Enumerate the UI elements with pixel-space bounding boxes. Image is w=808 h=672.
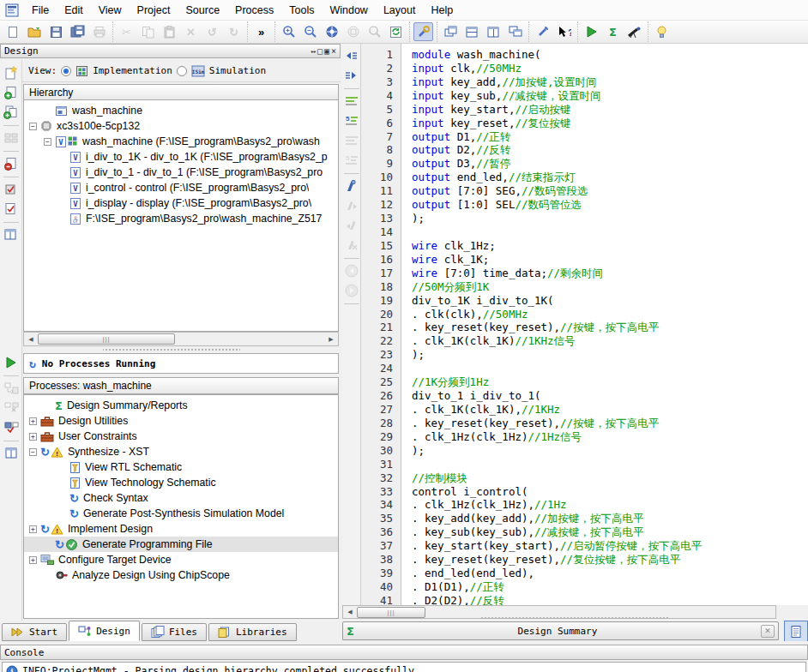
editor-uncomment-button[interactable]: 5 bbox=[342, 111, 361, 129]
process-item[interactable]: +↻!Implement Design bbox=[24, 521, 338, 537]
editor-bm-clear-button[interactable] bbox=[342, 236, 361, 254]
hierarchy-item[interactable]: Vi_div_to_1K - div_to_1K (F:\ISE_program… bbox=[24, 149, 338, 165]
paste-button[interactable] bbox=[160, 22, 179, 41]
menu-source[interactable]: Source bbox=[178, 2, 227, 19]
process-item[interactable]: ↻Check Syntax bbox=[24, 490, 338, 506]
splitter-grip[interactable] bbox=[480, 615, 669, 620]
float-button[interactable]: □ bbox=[316, 45, 323, 57]
collapse-icon[interactable]: − bbox=[29, 448, 37, 456]
new-source-button[interactable] bbox=[2, 63, 21, 81]
editor-nav-forward-button[interactable] bbox=[342, 281, 361, 299]
summary-button[interactable]: Σ bbox=[603, 22, 623, 41]
scroll-left-arrow[interactable]: ◀ bbox=[24, 336, 38, 343]
overflow-button[interactable]: » bbox=[251, 22, 271, 41]
tile-h-button[interactable] bbox=[462, 22, 482, 41]
scroll-left-arrow[interactable]: ◀ bbox=[343, 609, 357, 615]
process-item[interactable]: View Technology Schematic bbox=[24, 475, 338, 490]
menu-project[interactable]: Project bbox=[130, 2, 178, 19]
run-process-button[interactable] bbox=[2, 353, 21, 371]
design-summary-tab[interactable]: Σ Design Summary ✕ bbox=[342, 621, 779, 640]
splitter-grip[interactable] bbox=[103, 347, 240, 351]
pan-button[interactable] bbox=[413, 22, 433, 41]
expand-icon[interactable]: + bbox=[29, 556, 37, 564]
process-item[interactable]: ↻Generate Programming File bbox=[24, 537, 338, 552]
scroll-thumb[interactable]: ||| bbox=[357, 607, 425, 618]
close-button[interactable]: × bbox=[329, 45, 336, 57]
copy-button[interactable] bbox=[138, 22, 158, 41]
restore-button[interactable]: ▣ bbox=[323, 45, 329, 57]
wrench-button[interactable] bbox=[533, 22, 552, 41]
console-output[interactable]: i INFO:ProjectMgmt - Parsing design hier… bbox=[2, 662, 806, 672]
cut-button[interactable]: ✂ bbox=[117, 22, 136, 41]
process-item[interactable]: −↻!Synthesize - XST bbox=[24, 444, 338, 459]
editor-uncomment-dis-button[interactable]: 5 bbox=[342, 151, 361, 169]
zoom-out-button[interactable] bbox=[300, 22, 320, 41]
scroll-right-arrow[interactable]: ▶ bbox=[324, 336, 338, 343]
hierarchy-item[interactable]: Vi_control - control (F:\ISE_program\Bas… bbox=[24, 180, 338, 195]
new-file-button[interactable] bbox=[3, 22, 23, 41]
add-source-button[interactable] bbox=[2, 83, 21, 101]
save-all-button[interactable] bbox=[68, 22, 87, 41]
hierarchy-item[interactable]: wash_machine bbox=[24, 103, 338, 118]
doc-check-button[interactable] bbox=[2, 200, 21, 218]
menu-view[interactable]: View bbox=[91, 2, 130, 19]
undo-button[interactable]: ↺ bbox=[202, 22, 222, 41]
hierarchy-hscrollbar[interactable]: ◀ ||| ▶ bbox=[23, 332, 339, 346]
hierarchy-tree[interactable]: wash_machine−xc3s100e-5cp132−Vwash_machi… bbox=[23, 100, 339, 332]
collapse-icon[interactable]: − bbox=[44, 138, 51, 146]
menu-edit[interactable]: Edit bbox=[57, 2, 91, 19]
code-editor[interactable]: 1module wash_machine(2input clk,//50MHz3… bbox=[361, 44, 808, 605]
source-doc-tab[interactable] bbox=[784, 621, 808, 641]
refresh-button[interactable] bbox=[386, 22, 406, 41]
tab-files[interactable]: Files bbox=[142, 623, 207, 641]
editor-comment-dis-button[interactable] bbox=[342, 131, 361, 149]
menu-process[interactable]: Process bbox=[227, 2, 281, 19]
delete-button[interactable]: ✕ bbox=[181, 22, 201, 41]
hierarchy-item[interactable]: UCFF:\ISE_program\Basys2_pro\wash_machin… bbox=[24, 211, 338, 226]
expand-icon[interactable]: + bbox=[29, 433, 37, 441]
tile-v-button[interactable] bbox=[484, 22, 503, 41]
editor-goto-next-button[interactable] bbox=[342, 66, 361, 84]
editor-comment-button[interactable] bbox=[342, 92, 361, 110]
run-button[interactable] bbox=[582, 22, 601, 41]
column-layout-button[interactable] bbox=[2, 225, 21, 243]
tip-button[interactable] bbox=[652, 22, 672, 41]
menu-layout[interactable]: Layout bbox=[376, 2, 424, 19]
redo-button[interactable]: ↻ bbox=[224, 22, 244, 41]
view-radio-implementation[interactable] bbox=[61, 66, 71, 76]
analyze-button[interactable] bbox=[624, 22, 644, 41]
menu-tools[interactable]: Tools bbox=[281, 2, 322, 19]
process-item[interactable]: +User Constraints bbox=[24, 429, 338, 444]
process-item[interactable]: +Configure Target Device bbox=[24, 552, 338, 567]
menu-window[interactable]: Window bbox=[322, 2, 375, 19]
rerun-all-button[interactable] bbox=[2, 418, 21, 436]
close-icon[interactable]: ✕ bbox=[761, 625, 775, 638]
tab-start[interactable]: Start bbox=[2, 623, 67, 641]
editor-bm-next-button[interactable] bbox=[342, 196, 361, 214]
zoom-in-button[interactable] bbox=[279, 22, 298, 41]
cascade-button[interactable] bbox=[441, 22, 461, 41]
menu-file[interactable]: File bbox=[24, 2, 57, 19]
print-button[interactable] bbox=[89, 22, 109, 41]
process-item[interactable]: ↻Generate Post-Synthesis Simulation Mode… bbox=[24, 506, 338, 521]
hierarchy-item[interactable]: −xc3s100e-5cp132 bbox=[24, 118, 338, 134]
open-project-button[interactable] bbox=[25, 22, 45, 41]
process-item[interactable]: Analyze Design Using ChipScope bbox=[24, 567, 338, 583]
process-item[interactable]: View RTL Schematic bbox=[24, 459, 338, 475]
hierarchy-item[interactable]: Vi_div_to_1 - div_to_1 (F:\ISE_program\B… bbox=[24, 165, 338, 180]
tab-libraries[interactable]: Libraries bbox=[208, 623, 297, 641]
partition-button[interactable] bbox=[2, 129, 21, 147]
stop-process-button[interactable] bbox=[2, 399, 21, 417]
process-item[interactable]: ΣDesign Summary/Reports bbox=[24, 398, 338, 413]
remove-source-button[interactable] bbox=[2, 154, 21, 172]
editor-bm-prev-button[interactable] bbox=[342, 216, 361, 234]
arrange-button[interactable] bbox=[505, 22, 525, 41]
column-layout-button[interactable] bbox=[2, 444, 21, 462]
save-button[interactable] bbox=[46, 22, 66, 41]
dock-button[interactable]: ↔ bbox=[309, 45, 316, 57]
context-help-button[interactable]: ? bbox=[554, 22, 574, 41]
hierarchy-item[interactable]: Vi_display - display (F:\ISE_program\Bas… bbox=[24, 195, 338, 211]
view-radio-simulation[interactable] bbox=[177, 66, 187, 76]
expand-icon[interactable]: + bbox=[29, 417, 37, 425]
scroll-thumb[interactable]: ||| bbox=[38, 333, 175, 345]
